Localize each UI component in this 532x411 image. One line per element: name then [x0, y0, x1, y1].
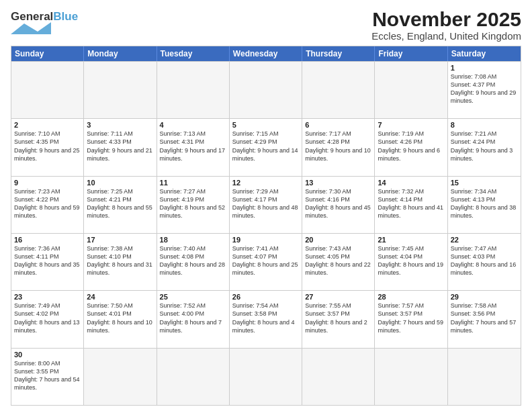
svg-marker-0: [11, 22, 51, 34]
day-number: 9: [14, 179, 81, 187]
cal-row-3: 16Sunrise: 7:36 AM Sunset: 4:11 PM Dayli…: [11, 233, 521, 290]
day-number: 22: [451, 236, 518, 244]
header-wednesday: Wednesday: [230, 46, 302, 61]
day-number: 15: [451, 179, 518, 187]
cell-info: Sunrise: 7:13 AM Sunset: 4:31 PM Dayligh…: [160, 130, 226, 163]
day-number: 14: [378, 179, 444, 187]
cal-row-0: 1Sunrise: 7:08 AM Sunset: 4:37 PM Daylig…: [11, 61, 521, 118]
cal-cell: 27Sunrise: 7:55 AM Sunset: 3:57 PM Dayli…: [302, 291, 375, 347]
cal-row-1: 2Sunrise: 7:10 AM Sunset: 4:35 PM Daylig…: [11, 118, 521, 175]
header-friday: Friday: [375, 46, 447, 61]
cal-cell: [11, 62, 84, 118]
cal-cell: 6Sunrise: 7:17 AM Sunset: 4:28 PM Daylig…: [302, 119, 375, 175]
cal-cell: 20Sunrise: 7:43 AM Sunset: 4:05 PM Dayli…: [302, 234, 375, 290]
day-number: 27: [305, 293, 371, 301]
day-number: 20: [305, 236, 371, 244]
cal-cell: 3Sunrise: 7:11 AM Sunset: 4:33 PM Daylig…: [84, 119, 157, 175]
day-number: 5: [232, 121, 299, 129]
logo-icon: [11, 22, 51, 34]
day-number: 10: [87, 179, 153, 187]
cell-info: Sunrise: 7:30 AM Sunset: 4:16 PM Dayligh…: [305, 187, 371, 220]
calendar: Sunday Monday Tuesday Wednesday Thursday…: [11, 46, 521, 406]
cal-cell: [157, 62, 230, 118]
day-number: 19: [232, 236, 299, 244]
day-number: 30: [14, 351, 81, 359]
cal-cell: 9Sunrise: 7:23 AM Sunset: 4:22 PM Daylig…: [11, 177, 84, 233]
cell-info: Sunrise: 7:57 AM Sunset: 3:57 PM Dayligh…: [378, 302, 444, 334]
title-block: November 2025 Eccles, England, United Ki…: [371, 8, 521, 42]
cell-info: Sunrise: 7:55 AM Sunset: 3:57 PM Dayligh…: [305, 302, 371, 334]
cal-cell: 2Sunrise: 7:10 AM Sunset: 4:35 PM Daylig…: [11, 119, 84, 175]
cal-cell: 8Sunrise: 7:21 AM Sunset: 4:24 PM Daylig…: [448, 119, 521, 175]
cal-cell: 15Sunrise: 7:34 AM Sunset: 4:13 PM Dayli…: [448, 177, 521, 233]
day-number: 29: [451, 293, 518, 301]
cal-cell: 19Sunrise: 7:41 AM Sunset: 4:07 PM Dayli…: [230, 234, 302, 290]
day-number: 17: [87, 236, 153, 244]
cal-cell: 21Sunrise: 7:45 AM Sunset: 4:04 PM Dayli…: [375, 234, 447, 290]
day-number: 1: [451, 64, 518, 72]
cell-info: Sunrise: 7:21 AM Sunset: 4:24 PM Dayligh…: [451, 130, 518, 163]
cell-info: Sunrise: 7:38 AM Sunset: 4:10 PM Dayligh…: [87, 244, 153, 277]
cell-info: Sunrise: 7:29 AM Sunset: 4:17 PM Dayligh…: [232, 187, 299, 220]
cal-cell: 16Sunrise: 7:36 AM Sunset: 4:11 PM Dayli…: [11, 234, 84, 290]
cal-cell: 12Sunrise: 7:29 AM Sunset: 4:17 PM Dayli…: [230, 177, 302, 233]
cal-cell: [375, 62, 447, 118]
day-number: 12: [232, 179, 299, 187]
cal-cell: 18Sunrise: 7:40 AM Sunset: 4:08 PM Dayli…: [157, 234, 230, 290]
cal-row-4: 23Sunrise: 7:49 AM Sunset: 4:02 PM Dayli…: [11, 290, 521, 347]
logo-blue: Blue: [53, 10, 78, 23]
cal-cell: [448, 349, 521, 405]
logo: GeneralBlue: [11, 11, 78, 37]
cal-cell: 11Sunrise: 7:27 AM Sunset: 4:19 PM Dayli…: [157, 177, 230, 233]
cell-info: Sunrise: 7:34 AM Sunset: 4:13 PM Dayligh…: [451, 187, 518, 220]
cal-cell: 10Sunrise: 7:25 AM Sunset: 4:21 PM Dayli…: [84, 177, 157, 233]
subtitle: Eccles, England, United Kingdom: [371, 30, 521, 42]
day-number: 11: [160, 179, 226, 187]
cell-info: Sunrise: 7:32 AM Sunset: 4:14 PM Dayligh…: [378, 187, 444, 220]
cell-info: Sunrise: 7:23 AM Sunset: 4:22 PM Dayligh…: [14, 187, 81, 220]
cell-info: Sunrise: 7:40 AM Sunset: 4:08 PM Dayligh…: [160, 244, 226, 277]
day-number: 25: [160, 293, 226, 301]
cell-info: Sunrise: 7:58 AM Sunset: 3:56 PM Dayligh…: [451, 302, 518, 334]
cell-info: Sunrise: 7:50 AM Sunset: 4:01 PM Dayligh…: [87, 302, 153, 334]
day-number: 18: [160, 236, 226, 244]
calendar-header: Sunday Monday Tuesday Wednesday Thursday…: [11, 46, 521, 61]
cell-info: Sunrise: 7:17 AM Sunset: 4:28 PM Dayligh…: [305, 130, 371, 163]
cell-info: Sunrise: 7:10 AM Sunset: 4:35 PM Dayligh…: [14, 130, 81, 163]
cal-cell: 17Sunrise: 7:38 AM Sunset: 4:10 PM Dayli…: [84, 234, 157, 290]
header-saturday: Saturday: [448, 46, 521, 61]
cal-cell: 1Sunrise: 7:08 AM Sunset: 4:37 PM Daylig…: [448, 62, 521, 118]
calendar-body: 1Sunrise: 7:08 AM Sunset: 4:37 PM Daylig…: [11, 61, 521, 405]
cal-cell: 30Sunrise: 8:00 AM Sunset: 3:55 PM Dayli…: [11, 349, 84, 405]
cal-cell: 14Sunrise: 7:32 AM Sunset: 4:14 PM Dayli…: [375, 177, 447, 233]
cal-cell: [84, 349, 157, 405]
day-number: 16: [14, 236, 81, 244]
day-number: 2: [14, 121, 81, 129]
day-number: 24: [87, 293, 153, 301]
cell-info: Sunrise: 7:15 AM Sunset: 4:29 PM Dayligh…: [232, 130, 299, 163]
cal-cell: 13Sunrise: 7:30 AM Sunset: 4:16 PM Dayli…: [302, 177, 375, 233]
header-monday: Monday: [84, 46, 157, 61]
day-number: 28: [378, 293, 444, 301]
cell-info: Sunrise: 7:36 AM Sunset: 4:11 PM Dayligh…: [14, 244, 81, 277]
cal-cell: 26Sunrise: 7:54 AM Sunset: 3:58 PM Dayli…: [230, 291, 302, 347]
cell-info: Sunrise: 8:00 AM Sunset: 3:55 PM Dayligh…: [14, 359, 81, 392]
cal-cell: [230, 349, 302, 405]
day-number: 8: [451, 121, 518, 129]
day-number: 6: [305, 121, 371, 129]
cell-info: Sunrise: 7:08 AM Sunset: 4:37 PM Dayligh…: [451, 73, 518, 105]
header-sunday: Sunday: [11, 46, 84, 61]
cal-cell: 24Sunrise: 7:50 AM Sunset: 4:01 PM Dayli…: [84, 291, 157, 347]
day-number: 7: [378, 121, 444, 129]
cell-info: Sunrise: 7:19 AM Sunset: 4:26 PM Dayligh…: [378, 130, 444, 163]
cal-cell: [375, 349, 447, 405]
cal-cell: [302, 62, 375, 118]
cell-info: Sunrise: 7:49 AM Sunset: 4:02 PM Dayligh…: [14, 302, 81, 334]
cell-info: Sunrise: 7:47 AM Sunset: 4:03 PM Dayligh…: [451, 244, 518, 277]
header: GeneralBlue November 2025 Eccles, Englan…: [11, 8, 521, 42]
main-title: November 2025: [371, 8, 521, 30]
cal-cell: 25Sunrise: 7:52 AM Sunset: 4:00 PM Dayli…: [157, 291, 230, 347]
day-number: 23: [14, 293, 81, 301]
cal-cell: [302, 349, 375, 405]
day-number: 21: [378, 236, 444, 244]
